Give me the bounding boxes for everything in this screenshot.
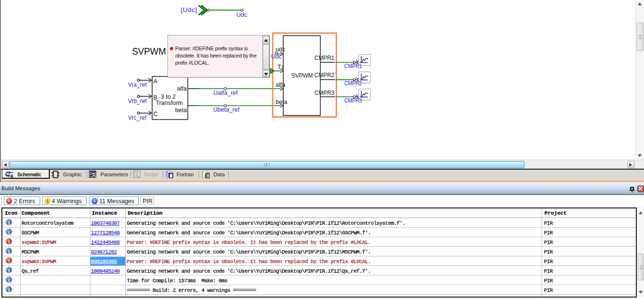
svg-text:CMPR1: CMPR1 [314,55,334,61]
svg-text:CMPR2: CMPR2 [314,72,334,79]
svg-text:Vrb_ref: Vrb_ref [128,98,147,104]
svg-text:beta: beta [276,99,287,105]
svg-text:A: A [154,78,158,85]
svg-text:CMPR1: CMPR1 [344,63,362,69]
svg-text:alfa: alfa [177,85,187,92]
svg-text:f: f [168,172,170,178]
svg-text:C: C [154,111,158,117]
svg-text:beta: beta [175,107,187,114]
svg-text:Transform: Transform [156,100,183,106]
svg-text:CMPR2: CMPR2 [344,80,362,87]
svg-text:Vra_ref: Vra_ref [128,81,147,88]
svg-text:[Udc]: [Udc] [181,6,197,13]
svg-text:udc: udc [276,46,285,53]
svg-text:d: d [204,172,208,178]
svg-text:SVPWM: SVPWM [291,72,313,79]
svg-text:CMPR3: CMPR3 [314,90,334,96]
svg-text:Ualfa_ref: Ualfa_ref [213,90,238,96]
svg-text:Ubeta_ref: Ubeta_ref [213,106,240,113]
svg-text:SVPWM: SVPWM [132,46,166,57]
svg-text:CMPR3: CMPR3 [344,97,362,104]
svg-text:Vrc_ref: Vrc_ref [128,115,147,121]
svg-text:Udc: Udc [271,53,282,60]
svg-text:Udc: Udc [236,12,247,18]
